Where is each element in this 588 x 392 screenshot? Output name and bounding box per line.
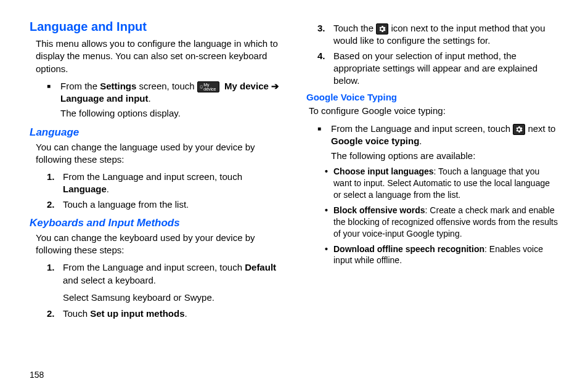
heading-language-and-input: Language and Input	[30, 20, 282, 34]
list-item: 1. From the Language and input screen, t…	[47, 171, 282, 196]
bold-language-and-input: Language and input	[60, 93, 149, 104]
bold-my-device: My device	[224, 81, 269, 91]
page-number: 158	[30, 370, 44, 380]
left-column: Language and Input This menu allows you …	[30, 20, 282, 380]
bullet-dot-icon: •	[325, 166, 333, 178]
gvt-following-available: The following options are available:	[331, 150, 558, 162]
list-item: 1. From the Language and input screen, t…	[47, 261, 282, 287]
right-column: 3. Touch the icon next to the input meth…	[306, 20, 558, 380]
gvt-from-bullet: ■ From the Language and input screen, to…	[317, 123, 558, 148]
two-column-layout: Language and Input This menu allows you …	[30, 20, 558, 380]
intro-paragraph: This menu allows you to configure the la…	[36, 38, 282, 75]
list-item: • Download offline speech recognition: E…	[325, 243, 558, 267]
bullet-dot-icon: •	[325, 205, 333, 216]
gear-icon	[513, 124, 525, 135]
list-item: 2. Touch a language from the list.	[47, 198, 282, 211]
keyboard-sub-note: Select Samsung keyboard or Swype.	[63, 292, 282, 304]
square-bullet-icon: ■	[317, 123, 331, 135]
list-item: 4. Based on your selection of input meth…	[317, 50, 558, 88]
list-item: • Block offensive words: Create a check …	[325, 205, 558, 240]
bold-settings: Settings	[100, 81, 136, 91]
svg-rect-0	[200, 86, 202, 88]
gvt-options-list: • Choose input languages: Touch a langua…	[325, 166, 558, 266]
subheading-google-voice-typing: Google Voice Typing	[306, 92, 558, 102]
page: Language and Input This menu allows you …	[0, 0, 588, 392]
language-steps-list: 1. From the Language and input screen, t…	[47, 171, 282, 211]
arrow-icon: ➔	[271, 81, 279, 91]
list-item: • Choose input languages: Touch a langua…	[325, 166, 558, 201]
text: .	[149, 93, 151, 104]
from-settings-bullet: ■ From the Settings screen, touch My dev…	[47, 80, 282, 105]
continued-steps-list: 3. Touch the icon next to the input meth…	[317, 22, 558, 87]
my-device-icon: My device	[197, 81, 219, 92]
gear-icon	[376, 23, 388, 35]
following-options-display: The following options display.	[60, 107, 282, 120]
subheading-keyboards: Keyboards and Input Methods	[30, 217, 282, 229]
list-item: 3. Touch the icon next to the input meth…	[317, 22, 558, 47]
keyboard-steps-list: 1. From the Language and input screen, t…	[47, 261, 282, 287]
list-item: 2. Touch Set up input methods.	[47, 308, 282, 320]
language-intro: You can change the language used by your…	[36, 141, 282, 166]
subheading-language: Language	[30, 126, 282, 139]
square-bullet-icon: ■	[47, 80, 60, 92]
gvt-intro: To configure Google voice typing:	[309, 105, 558, 117]
text: screen, touch	[136, 81, 197, 91]
text: From the	[60, 81, 100, 91]
keyboards-intro: You can change the keyboard used by your…	[36, 232, 282, 257]
bullet-dot-icon: •	[325, 243, 333, 255]
keyboard-steps-list-2: 2. Touch Set up input methods.	[47, 308, 282, 320]
